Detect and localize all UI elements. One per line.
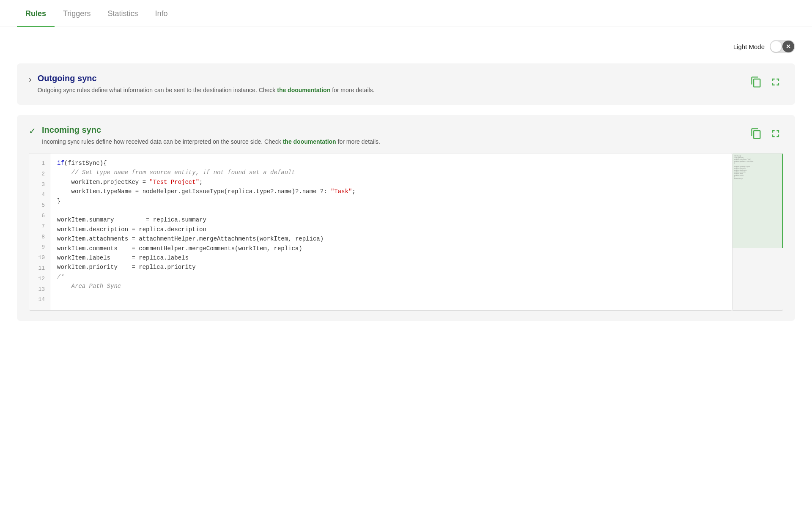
line-num-6: 6 [29, 211, 50, 222]
incoming-sync-section: ✓ Incoming sync Incoming sync rules defi… [17, 115, 795, 321]
code-minimap: if(firstSync){ // Set type name workItem… [732, 153, 783, 311]
outgoing-sync-header: › Outgoing sync Outgoing sync rules defi… [29, 74, 783, 95]
outgoing-copy-button[interactable] [749, 74, 764, 90]
incoming-doc-link[interactable]: the dooumentation [283, 138, 336, 145]
line-numbers: 1 2 3 4 5 6 7 8 9 10 11 12 13 14 [29, 153, 50, 310]
outgoing-expand-button[interactable] [768, 74, 783, 90]
tab-statistics[interactable]: Statistics [99, 0, 146, 27]
incoming-sync-actions [749, 126, 783, 141]
incoming-sync-header: ✓ Incoming sync Incoming sync rules defi… [29, 125, 783, 146]
expand-icon [770, 76, 782, 88]
tab-rules[interactable]: Rules [17, 0, 55, 27]
copy-icon [750, 76, 762, 88]
code-text[interactable]: if(firstSync){ // Set type name from sou… [50, 153, 732, 310]
code-lines: 1 2 3 4 5 6 7 8 9 10 11 12 13 14 [29, 153, 732, 310]
main-content: Light Mode ✕ › Outgoing sync Outgoing sy… [0, 27, 812, 344]
minimap-text: if(firstSync){ // Set type name workItem… [732, 153, 783, 310]
line-num-3: 3 [29, 180, 50, 190]
incoming-expand-button[interactable] [768, 126, 783, 141]
tab-info[interactable]: Info [146, 0, 176, 27]
incoming-copy-button[interactable] [749, 126, 764, 141]
outgoing-doc-link[interactable]: the dooumentation [277, 87, 330, 93]
line-num-7: 7 [29, 222, 50, 232]
line-num-12: 12 [29, 274, 50, 284]
line-num-4: 4 [29, 190, 50, 200]
outgoing-sync-toggle[interactable]: › [29, 74, 32, 84]
line-num-11: 11 [29, 263, 50, 274]
outgoing-sync-section: › Outgoing sync Outgoing sync rules defi… [17, 63, 795, 105]
outgoing-sync-info: Outgoing sync Outgoing sync rules define… [38, 74, 743, 95]
light-mode-row: Light Mode ✕ [17, 40, 795, 53]
expand-icon-incoming [770, 128, 782, 139]
outgoing-sync-title: Outgoing sync [38, 74, 743, 83]
code-editor: 1 2 3 4 5 6 7 8 9 10 11 12 13 14 [29, 153, 783, 311]
line-num-8: 8 [29, 232, 50, 243]
toggle-off-icon: ✕ [782, 41, 794, 52]
tab-triggers[interactable]: Triggers [55, 0, 99, 27]
code-content-wrapper[interactable]: 1 2 3 4 5 6 7 8 9 10 11 12 13 14 [29, 153, 732, 311]
incoming-desc-text: Incoming sync rules define how received … [42, 138, 281, 145]
incoming-sync-desc: Incoming sync rules define how received … [42, 137, 743, 146]
line-num-13: 13 [29, 284, 50, 295]
line-num-10: 10 [29, 253, 50, 263]
tabs-bar: Rules Triggers Statistics Info [0, 0, 812, 27]
outgoing-sync-desc: Outgoing sync rules define what informat… [38, 86, 743, 95]
copy-icon-incoming [750, 128, 762, 139]
line-num-14: 14 [29, 295, 50, 305]
outgoing-desc-text: Outgoing sync rules define what informat… [38, 87, 276, 93]
incoming-sync-info: Incoming sync Incoming sync rules define… [42, 125, 743, 146]
incoming-desc-suffix: for more details. [338, 138, 380, 145]
line-num-1: 1 [29, 159, 50, 169]
outgoing-desc-suffix: for more details. [332, 87, 374, 93]
incoming-sync-toggle[interactable]: ✓ [29, 126, 36, 136]
line-num-2: 2 [29, 169, 50, 180]
line-num-9: 9 [29, 242, 50, 253]
line-num-5: 5 [29, 200, 50, 211]
outgoing-sync-actions [749, 74, 783, 90]
light-mode-toggle[interactable]: ✕ [770, 40, 795, 53]
incoming-sync-title: Incoming sync [42, 125, 743, 135]
light-mode-label: Light Mode [733, 43, 765, 50]
toggle-circle [771, 41, 782, 52]
